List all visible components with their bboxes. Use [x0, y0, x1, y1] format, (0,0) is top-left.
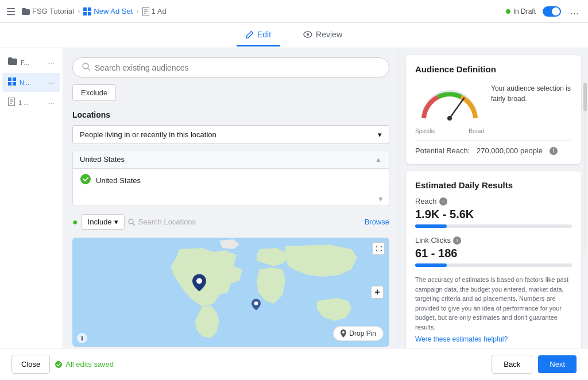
map-location-pin-2 — [252, 298, 261, 312]
map-container: ⛶ + Drop Pin ℹ — [72, 238, 389, 347]
drop-pin-button[interactable]: Drop Pin — [333, 326, 384, 341]
breadcrumb-sep-2: › — [136, 7, 138, 15]
search-locations-label: Search Locations — [138, 218, 196, 226]
svg-point-28 — [254, 301, 258, 305]
sidebar-toggle-icon[interactable] — [7, 7, 15, 15]
svg-rect-13 — [8, 77, 11, 81]
search-audiences-bar[interactable] — [72, 57, 389, 77]
location-box-header: United States ▲ — [73, 150, 389, 169]
right-scrollbar[interactable] — [583, 83, 587, 255]
include-left: ● Include ▾ Search Locations — [72, 214, 196, 230]
right-panel: Audience Definition — [399, 48, 588, 348]
exclude-button[interactable]: Exclude — [72, 84, 116, 101]
svg-point-32 — [55, 361, 62, 368]
breadcrumb-left: FSG Tutorial › New Ad Set › 1 Ad — [7, 7, 167, 15]
link-clicks-info-icon[interactable]: i — [453, 236, 461, 245]
location-type-dropdown[interactable]: People living in or recently in this loc… — [72, 125, 389, 144]
sidebar-item-adset[interactable]: N... ··· — [2, 73, 60, 92]
location-item-us: United States — [73, 169, 389, 192]
svg-point-27 — [196, 278, 202, 284]
bottom-bar: Close All edits saved Back Next — [0, 348, 588, 380]
sidebar-ad-label: 1 ... — [18, 99, 29, 106]
broad-label: Broad — [469, 128, 484, 134]
svg-line-22 — [88, 68, 90, 71]
sidebar-item-content: F... — [8, 57, 29, 67]
svg-line-30 — [450, 98, 464, 118]
helpful-link[interactable]: Were these estimates helpful? — [415, 335, 572, 343]
content-area: Exclude Locations People living in or re… — [63, 48, 588, 348]
sidebar-more-adset[interactable]: ··· — [48, 78, 55, 87]
svg-rect-2 — [7, 14, 15, 15]
svg-line-25 — [133, 223, 135, 226]
map-zoom-in-button[interactable]: + — [371, 286, 384, 298]
audience-definition-card: Audience Definition — [406, 55, 581, 164]
include-dropdown[interactable]: Include ▾ — [82, 214, 125, 230]
browse-button[interactable]: Browse — [365, 218, 389, 226]
include-label: Include — [88, 218, 112, 226]
draft-toggle[interactable] — [543, 6, 561, 17]
doc-icon — [8, 98, 15, 107]
location-name: United States — [96, 176, 141, 185]
potential-reach-info-icon[interactable]: i — [550, 147, 558, 155]
svg-rect-15 — [8, 82, 11, 86]
sidebar-item-content-adset: N... — [8, 77, 29, 87]
tab-edit[interactable]: Edit — [237, 24, 280, 46]
est-results-title: Estimated Daily Results — [415, 180, 572, 190]
location-type-label: People living in or recently in this loc… — [80, 130, 216, 139]
include-dropdown-arrow: ▾ — [114, 218, 118, 226]
map-info-icon[interactable]: ℹ — [77, 333, 87, 343]
reach-bar-bg — [415, 224, 572, 228]
sidebar-item-ad[interactable]: 1 ... ··· — [2, 93, 60, 112]
location-box-title: United States — [80, 155, 125, 164]
dropdown-arrow-icon: ▾ — [378, 130, 382, 139]
scroll-down-icon: ▼ — [377, 195, 384, 203]
check-shield-icon — [80, 173, 91, 187]
sidebar-item-content-ad: 1 ... — [8, 98, 29, 107]
main-panel: Exclude Locations People living in or re… — [63, 48, 399, 348]
right-scrollbar-thumb[interactable] — [583, 83, 587, 111]
svg-rect-4 — [88, 7, 91, 11]
next-button[interactable]: Next — [538, 355, 577, 373]
folder-icon — [8, 57, 17, 67]
reach-bar-fill — [415, 224, 447, 228]
drop-pin-label: Drop Pin — [349, 329, 376, 338]
map-location-pin — [192, 274, 206, 293]
potential-reach-label: Potential Reach: — [415, 146, 470, 155]
sidebar: F... ··· N... ··· 1 ... ··· — [0, 48, 63, 348]
specific-label: Specific — [415, 128, 435, 134]
bottom-right: Back Next — [492, 355, 577, 374]
sidebar-campaign-label: F... — [21, 59, 29, 66]
breadcrumb-1-ad[interactable]: 1 Ad — [142, 7, 167, 15]
tab-review[interactable]: Review — [294, 24, 351, 46]
svg-rect-1 — [7, 11, 15, 12]
reach-info-icon[interactable]: i — [439, 197, 447, 205]
breadcrumb-fsg[interactable]: FSG Tutorial — [22, 7, 74, 15]
sidebar-more-campaign[interactable]: ··· — [48, 58, 55, 67]
grid-icon — [8, 77, 16, 87]
estimated-daily-results-card: Estimated Daily Results Reach i 1.9K - 5… — [406, 171, 581, 348]
link-clicks-metric: Link Clicks i 61 - 186 — [415, 236, 572, 267]
disclaimer-text: The accuracy of estimates is based on fa… — [415, 275, 572, 332]
more-options-button[interactable]: ... — [568, 3, 581, 20]
search-audiences-input[interactable] — [95, 63, 380, 72]
status-badge: In Draft — [506, 7, 536, 15]
svg-point-31 — [447, 116, 452, 121]
location-box: United States ▲ United States ▼ — [72, 150, 389, 206]
locations-section-title: Locations — [72, 110, 389, 119]
link-clicks-bar-bg — [415, 263, 572, 267]
status-dot — [506, 9, 510, 14]
svg-point-12 — [307, 33, 309, 36]
breadcrumb-new-ad-set[interactable]: New Ad Set — [83, 7, 133, 15]
sidebar-more-ad[interactable]: ··· — [48, 98, 55, 107]
svg-rect-0 — [7, 7, 15, 9]
reach-value: 1.9K - 5.6K — [415, 208, 572, 221]
gauge-row: Specific Broad Your audience selection i… — [415, 81, 572, 134]
svg-rect-6 — [88, 12, 91, 15]
gauge-desc: Your audience selection is fairly broad. — [491, 81, 572, 104]
map-expand-button[interactable]: ⛶ — [372, 242, 385, 255]
sidebar-item-campaign[interactable]: F... ··· — [2, 53, 60, 72]
back-button[interactable]: Back — [492, 355, 532, 374]
location-search-bar[interactable]: Search Locations — [128, 218, 196, 226]
close-button[interactable]: Close — [11, 355, 50, 374]
location-scroll-up[interactable]: ▲ — [375, 156, 382, 164]
